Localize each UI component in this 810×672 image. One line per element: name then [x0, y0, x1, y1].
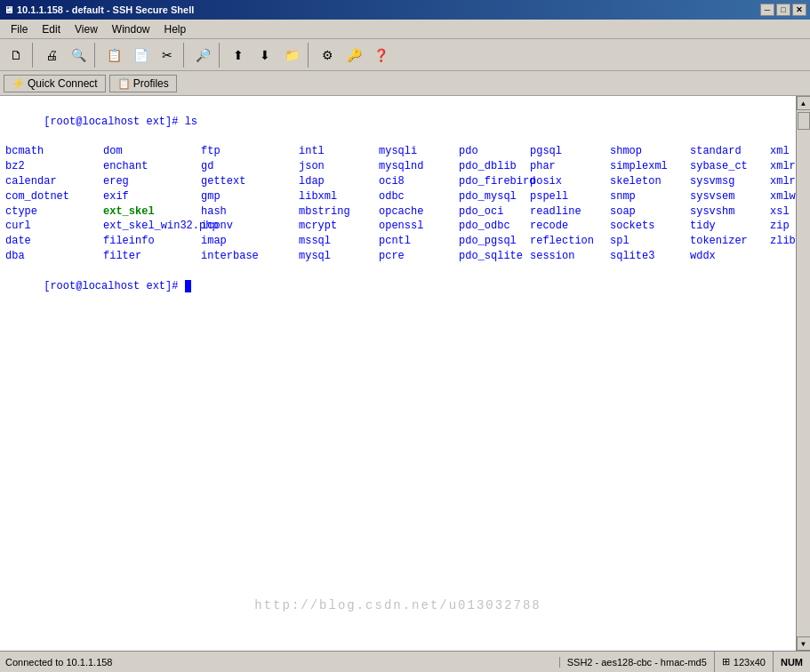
minimize-button[interactable]: ─: [760, 4, 774, 16]
toolbar-cut-button[interactable]: ✂: [155, 43, 180, 68]
menu-bar: File Edit View Window Help: [0, 20, 810, 39]
terminal[interactable]: [root@localhost ext]# ls bcmathdomftpint…: [0, 96, 796, 651]
status-connection: Connected to 10.1.1.158: [0, 657, 560, 668]
terminal-line-6: curlext_skel_win32.phpiconvmcryptopenssl…: [5, 219, 790, 234]
terminal-wrapper: [root@localhost ext]# ls bcmathdomftpint…: [0, 96, 810, 651]
quick-connect-icon: ⚡: [12, 77, 25, 90]
quick-bar: ⚡ Quick Connect 📋 Profiles: [0, 71, 810, 96]
dimensions-value: 123x40: [734, 657, 766, 668]
toolbar-key-button[interactable]: 🔑: [341, 43, 366, 68]
terminal-line-3: calendarereggettextldapoci8pdo_firebirdp…: [5, 174, 790, 189]
toolbar-find-button[interactable]: 🔎: [190, 43, 215, 68]
menu-window[interactable]: Window: [105, 21, 157, 37]
terminal-line-prompt: [root@localhost ext]# ls: [5, 100, 790, 144]
quick-connect-button[interactable]: ⚡ Quick Connect: [4, 75, 106, 92]
toolbar-sftp-button[interactable]: 📁: [279, 43, 304, 68]
title-bar-left: 🖥 10.1.1.158 - default - SSH Secure Shel…: [4, 4, 194, 15]
dimensions-icon: ⊞: [722, 656, 730, 668]
close-button[interactable]: ✕: [792, 4, 806, 16]
status-dimensions: ⊞ 123x40: [715, 652, 774, 672]
title-bar: 🖥 10.1.1.158 - default - SSH Secure Shel…: [0, 0, 810, 20]
watermark: http://blog.csdn.net/u013032788: [254, 597, 541, 615]
scroll-up-button[interactable]: ▲: [797, 96, 811, 110]
maximize-button[interactable]: □: [776, 4, 790, 16]
terminal-line-4: com_dotnetexifgmplibxmlodbcpdo_mysqlpspe…: [5, 189, 790, 204]
final-prompt: [root@localhost ext]#: [44, 280, 191, 292]
app-icon: 🖥: [4, 4, 13, 15]
window-title: 10.1.1.158 - default - SSH Secure Shell: [17, 4, 194, 15]
toolbar-sep-3: [183, 43, 187, 68]
toolbar-sep-2: [94, 43, 98, 68]
toolbar-sep-4: [219, 43, 222, 68]
status-bar: Connected to 10.1.1.158 SSH2 - aes128-cb…: [0, 651, 810, 672]
toolbar-print-button[interactable]: 🖨: [39, 43, 64, 68]
terminal-line-final: [root@localhost ext]#: [5, 264, 790, 308]
toolbar-help-button[interactable]: ❓: [368, 43, 393, 68]
scroll-down-button[interactable]: ▼: [797, 636, 811, 651]
toolbar-sep-1: [32, 43, 36, 68]
terminal-line-8: dbafilterinterbasemysqlpcrepdo_sqliteses…: [5, 249, 790, 264]
menu-view[interactable]: View: [68, 21, 105, 37]
toolbar: 🗋 🖨 🔍 📋 📄 ✂ 🔎 ⬆ ⬇ 📁 ⚙ 🔑 ❓: [0, 39, 810, 71]
terminal-line-2: bz2enchantgdjsonmysqlndpdo_dblibpharsimp…: [5, 159, 790, 174]
status-encryption: SSH2 - aes128-cbc - hmac-md5: [560, 652, 715, 672]
toolbar-upload-button[interactable]: ⬆: [226, 43, 251, 68]
status-num: NUM: [774, 652, 810, 672]
profiles-label: Profiles: [133, 77, 169, 90]
menu-edit[interactable]: Edit: [35, 21, 68, 37]
terminal-line-5: ctypeext_skelhashmbstringopcachepdo_ocir…: [5, 204, 790, 220]
terminal-line-1: bcmathdomftpintlmysqlipdopgsqlshmopstand…: [5, 144, 790, 159]
toolbar-settings-button[interactable]: ⚙: [315, 43, 340, 68]
profiles-icon: 📋: [117, 77, 131, 90]
terminal-line-7: datefileinfoimapmssqlpcntlpdo_pgsqlrefle…: [5, 234, 790, 249]
toolbar-paste-button[interactable]: 📄: [128, 43, 153, 68]
scroll-thumb[interactable]: [798, 112, 810, 130]
toolbar-download-button[interactable]: ⬇: [253, 43, 277, 68]
menu-file[interactable]: File: [4, 21, 35, 37]
scrollbar[interactable]: ▲ ▼: [796, 96, 810, 651]
toolbar-printpreview-button[interactable]: 🔍: [66, 43, 91, 68]
profiles-button[interactable]: 📋 Profiles: [109, 75, 177, 92]
quick-connect-label: Quick Connect: [28, 77, 98, 90]
title-bar-controls[interactable]: ─ □ ✕: [760, 4, 806, 16]
menu-help[interactable]: Help: [157, 21, 194, 37]
prompt-text: [root@localhost ext]# ls: [44, 116, 197, 128]
toolbar-copy-button[interactable]: 📋: [101, 43, 126, 68]
toolbar-sep-5: [308, 43, 311, 68]
toolbar-new-button[interactable]: 🗋: [4, 43, 28, 68]
